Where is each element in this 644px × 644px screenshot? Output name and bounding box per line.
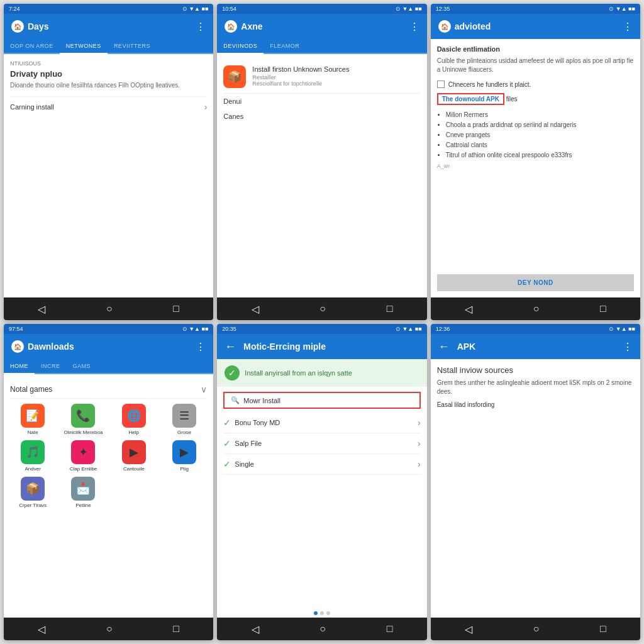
back-button-5[interactable]: ← [225,340,236,353]
app-grid: 📝 Nate 📞 Oteiciilk Mereboa 🌐 Help ☰ Groo… [10,404,207,508]
setting-title-1: Drivaty npluo [10,69,207,79]
allowed-item-1[interactable]: ✓ Salp File › [223,433,420,454]
menu-icon-6[interactable]: ⋮ [623,341,633,353]
app-item-9[interactable]: 📩 Petline [60,477,106,508]
bullet-0: Milion Rermers [446,110,634,120]
app-item-1[interactable]: 📞 Oteiciilk Mereboa [60,404,106,435]
recents-nav-4[interactable]: □ [173,623,179,635]
status-icons-1: ⊙ ▼▲ ■■ [182,6,209,12]
nav-bar-2: ◁ ○ □ [217,297,426,320]
app-item-2[interactable]: 🌐 Help [111,404,157,435]
back-button-6[interactable]: ← [438,340,450,353]
phone-2: 10:54 ⊙ ▼▲ ■■ 🏠 Axne ⋮ DEVIINODS FLEAMOR… [217,4,426,320]
app-item-8[interactable]: 📦 Crper Tlravs [10,477,55,508]
app-logo-2: 🏠 [225,20,237,33]
main-item-title: Install firston Unknown Sources [252,65,349,73]
app-item-6[interactable]: ▶ Cantouile [111,440,157,472]
recents-nav-2[interactable]: □ [387,303,393,314]
tab-4-1[interactable]: INCRE [35,359,67,374]
main-list-item[interactable]: 📦 Install firston Unknown Sources Restai… [223,60,420,94]
status-time-3: 12:35 [436,6,450,12]
status-bar-6: 12:36 ⊙ ▼▲ ■■ [431,324,640,334]
nav-bar-1: ◁ ○ □ [4,297,213,320]
app-logo-1: 🏠 [11,20,24,33]
checkbox-icon[interactable] [437,80,445,88]
action-item-2[interactable]: Canes [223,109,420,124]
home-nav-2[interactable]: ○ [319,303,326,314]
status-icons-2: ⊙ ▼▲ ■■ [396,6,422,12]
nav-bar-6: ◁ ○ □ [431,618,640,640]
app-bar-6: ← APK ⋮ [431,334,640,359]
app-item-7[interactable]: ▶ Plig [162,440,207,472]
back-nav-2[interactable]: ◁ [252,303,259,315]
back-nav-5[interactable]: ◁ [252,623,259,635]
app-label-8: Crper Tlravs [19,502,47,508]
menu-icon-2[interactable]: ⋮ [409,21,419,33]
back-nav-3[interactable]: ◁ [465,303,472,315]
home-nav-4[interactable]: ○ [106,623,113,635]
app-item-0[interactable]: 📝 Nate [10,404,55,435]
app-icon-3: ☰ [172,404,196,428]
app-icon-9: 📩 [71,477,95,501]
recents-nav-5[interactable]: □ [387,623,393,635]
status-icons-6: ⊙ ▼▲ ■■ [609,326,635,332]
app-label-1: Oteiciilk Mereboa [64,430,103,435]
nav-bar-4: ◁ ○ □ [4,618,213,640]
app-icon-2: 🌐 [122,404,146,428]
section-header-4: Notal games ∨ [10,380,207,399]
recents-nav-1[interactable]: □ [173,303,179,314]
tab-4-2[interactable]: GAMS [67,359,97,374]
menu-icon-4[interactable]: ⋮ [196,341,206,353]
nav-bar-3: ◁ ○ □ [431,297,640,320]
menu-icon-3[interactable]: ⋮ [623,21,633,33]
tab-1-2[interactable]: REVIITTERS [108,39,157,54]
recents-nav-3[interactable]: □ [600,303,606,314]
home-nav-5[interactable]: ○ [319,623,326,635]
bullet-2: Cneve prangets [446,130,634,140]
main-item-sub2: Resciolfiant for topchtiorelle [252,80,349,87]
status-bar-5: 20:35 ⊙ ▼▲ ■■ [217,324,426,334]
allowed-item-0[interactable]: ✓ Bonu Tony MD › [223,413,420,433]
content-2: 📦 Install firston Unknown Sources Restai… [217,54,426,297]
status-time-1: 7:24 [9,6,20,12]
recents-nav-6[interactable]: □ [600,623,606,635]
setting-row-1[interactable]: Carning install › [10,96,207,117]
home-nav-6[interactable]: ○ [533,623,540,635]
tab-4-0[interactable]: HOME [4,359,35,374]
menu-icon-1[interactable]: ⋮ [196,21,206,33]
back-nav-6[interactable]: ◁ [465,623,472,635]
tab-1-1[interactable]: NETWONES [60,39,108,54]
checkbox-row[interactable]: Chnecers he fundlers it plaict. [437,80,634,88]
app-item-5[interactable]: ✦ Clap Ernlibe [60,440,106,472]
home-nav-1[interactable]: ○ [106,303,113,314]
back-nav-1[interactable]: ◁ [38,303,45,315]
item-icon-2: 📦 [223,65,246,88]
home-nav-3[interactable]: ○ [533,303,540,314]
check-icon-2: ✓ [223,459,231,469]
app-label-6: Cantouile [123,466,145,472]
chevron-icon-5-2: › [418,459,421,469]
nav-bar-5: ◁ ○ □ [217,618,426,640]
tab-2-1[interactable]: FLEAMOR [264,39,306,54]
app-item-3[interactable]: ☰ Grooe [162,404,207,435]
success-text: Install anyirsall from an islqyn satte [245,369,352,377]
allowed-item-2[interactable]: ✓ Single › [223,454,420,475]
dot-2 [326,611,330,615]
dot-indicator [217,609,426,618]
tabs-4: HOME INCRE GAMS [4,359,213,374]
tab-2-0[interactable]: DEVIINODS [217,39,264,54]
dot-0 [314,611,318,615]
app-label-7: Plig [180,466,188,472]
app-bar-4: 🏠 Dawnloads ⋮ [4,334,213,359]
device-title: Dasicle entlimation [437,45,634,53]
bottom-button-3[interactable]: DEY NOND [437,274,634,291]
chevron-icon-1: › [204,102,208,112]
tab-1-0[interactable]: OOP ON AROE [4,39,60,54]
action-item-1[interactable]: Denui [223,94,420,109]
app-item-4[interactable]: 🎵 Andver [10,440,55,472]
bullet-4: Titrul of athion onlite ciceal prespoolo… [446,150,634,160]
status-icons-4: ⊙ ▼▲ ■■ [182,326,209,332]
content-4: Notal games ∨ 📝 Nate 📞 Oteiciilk Mereboa… [4,374,213,618]
back-nav-4[interactable]: ◁ [38,623,45,635]
search-box[interactable]: 🔍 Mowr Install [223,392,420,409]
